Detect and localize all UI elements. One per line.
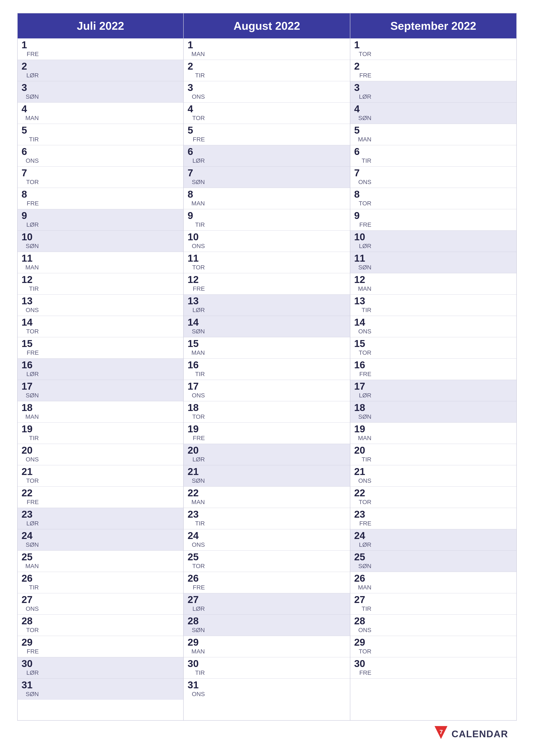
day-number: 26 (21, 573, 39, 583)
day-number: 16 (354, 360, 371, 370)
day-number: 16 (188, 360, 205, 370)
day-name: MAN (191, 648, 205, 656)
day-number: 25 (21, 552, 39, 562)
day-name: SØN (192, 477, 205, 485)
day-number: 4 (21, 104, 39, 114)
day-number: 31 (188, 680, 205, 690)
day-name: ONS (358, 627, 371, 634)
day-name: LØR (192, 456, 205, 464)
day-row: 24ONS (184, 529, 350, 551)
day-name: TIR (29, 584, 39, 592)
day-number: 11 (188, 253, 205, 263)
day-name: TIR (362, 157, 371, 165)
day-row: 14SØN (184, 316, 350, 337)
day-name: TIR (195, 669, 205, 677)
day-number: 18 (188, 403, 205, 413)
day-number: 18 (21, 403, 39, 413)
day-row: 24LØR (350, 529, 516, 551)
calendar-container: Juli 20221FRE2LØR3SØN4MAN5TIR6ONS7TOR8FR… (17, 13, 517, 743)
day-row: 12TIR (18, 273, 183, 294)
day-row: 7TOR (18, 166, 183, 188)
day-number: 2 (188, 61, 205, 71)
day-row: 8MAN (184, 188, 350, 209)
month-column-1: August 20221MAN2TIR3ONS4TOR5FRE6LØR7SØN8… (184, 13, 350, 721)
day-row: 16LØR (18, 358, 183, 380)
day-row: 20ONS (18, 444, 183, 465)
day-number: 17 (188, 381, 205, 391)
day-number: 31 (21, 680, 39, 690)
day-number: 8 (188, 189, 205, 199)
day-name: FRE (359, 669, 371, 677)
day-row: 21SØN (184, 465, 350, 486)
day-name: MAN (191, 499, 205, 506)
day-row: 12FRE (184, 273, 350, 294)
day-row: 5TIR (18, 124, 183, 145)
day-name: ONS (26, 157, 39, 165)
day-name: TOR (359, 499, 371, 506)
day-name: MAN (25, 413, 39, 421)
day-name: TIR (29, 285, 39, 293)
day-row: 23TIR (184, 508, 350, 529)
day-name: TIR (29, 435, 39, 443)
day-name: SØN (192, 179, 205, 186)
day-number: 28 (354, 616, 371, 626)
day-name: ONS (358, 328, 371, 336)
day-name: SØN (358, 264, 371, 272)
day-number: 22 (188, 488, 205, 498)
day-number: 17 (354, 381, 371, 391)
day-name: FRE (27, 349, 39, 357)
day-number: 26 (188, 573, 205, 583)
day-number: 27 (21, 595, 39, 605)
day-name: LØR (359, 392, 371, 400)
day-row: 3LØR (350, 81, 516, 102)
day-row: 16FRE (350, 358, 516, 380)
day-row: 22FRE (18, 486, 183, 508)
day-name: FRE (27, 648, 39, 656)
day-number: 22 (354, 488, 371, 498)
day-name: TOR (192, 264, 205, 272)
day-row: 14ONS (350, 316, 516, 337)
day-row: 19FRE (184, 422, 350, 444)
day-row: 11TOR (184, 252, 350, 273)
day-number: 10 (21, 232, 39, 242)
day-row: 2TIR (184, 60, 350, 81)
day-number: 3 (21, 83, 39, 93)
day-row: 5FRE (184, 124, 350, 145)
day-number: 19 (354, 424, 371, 434)
day-number: 23 (188, 509, 205, 519)
day-name: SØN (26, 691, 39, 698)
day-number: 15 (21, 338, 39, 348)
day-row: 22MAN (184, 486, 350, 508)
day-row: 21TOR (18, 465, 183, 486)
day-number: 19 (188, 424, 205, 434)
day-row: 8TOR (350, 188, 516, 209)
day-name: MAN (358, 435, 371, 443)
day-number: 4 (354, 104, 371, 114)
day-number: 24 (21, 530, 39, 540)
month-header-0: Juli 2022 (18, 14, 183, 39)
day-row: 21ONS (350, 465, 516, 486)
day-name: TOR (192, 563, 205, 570)
day-row: 28SØN (184, 614, 350, 636)
day-name: SØN (358, 115, 371, 122)
day-name: SØN (192, 328, 205, 336)
day-name: SØN (358, 413, 371, 421)
day-name: MAN (25, 264, 39, 272)
day-row: 15TOR (350, 337, 516, 358)
day-row: 18SØN (350, 401, 516, 422)
day-number: 4 (188, 104, 205, 114)
logo-icon: 7 (433, 725, 448, 743)
day-number: 23 (354, 509, 371, 519)
day-name: TIR (362, 606, 371, 613)
day-number: 27 (354, 595, 371, 605)
day-row: 10SØN (18, 230, 183, 252)
day-row: 11SØN (350, 252, 516, 273)
day-number: 24 (188, 530, 205, 540)
day-row: 23FRE (350, 508, 516, 529)
day-name: FRE (193, 584, 205, 592)
day-row: 26TIR (18, 572, 183, 593)
day-name: LØR (192, 606, 205, 613)
day-name: LØR (26, 72, 39, 80)
day-row: 9TIR (184, 209, 350, 230)
day-number: 5 (21, 125, 39, 135)
